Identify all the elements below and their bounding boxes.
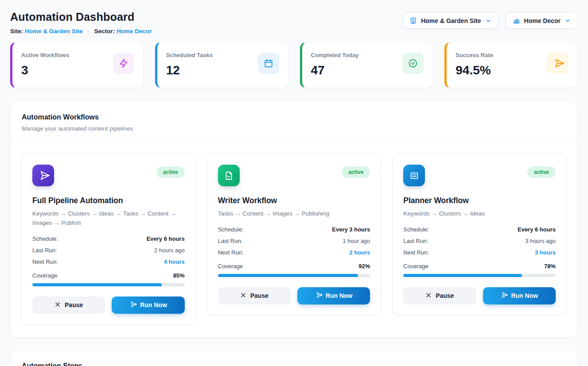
- close-icon: [55, 301, 61, 309]
- next-run-label: Next Run:: [403, 249, 429, 256]
- send-icon: [315, 292, 322, 300]
- run-now-button-label: Run Now: [140, 301, 167, 308]
- pause-button-label: Pause: [65, 301, 83, 308]
- stat-text: Completed Today 47: [311, 52, 359, 77]
- workflows-panel: Automation Workflows Manage your automat…: [10, 101, 578, 338]
- next-run-label: Next Run:: [218, 249, 244, 256]
- stat-card-scheduled-tasks: Scheduled Tasks 12: [155, 42, 288, 88]
- last-run-row: Last Run: 2 hours ago: [32, 247, 185, 254]
- workflow-card-full-pipeline: active Full Pipeline Automation Keywords…: [21, 154, 196, 325]
- coverage-value: 85%: [173, 272, 185, 279]
- coverage-row: Coverage 85%: [32, 272, 185, 279]
- workflow-title: Writer Workflow: [218, 196, 370, 205]
- bar-chart-icon: [513, 17, 520, 24]
- send-icon: [547, 53, 569, 74]
- last-run-label: Last Run:: [218, 238, 243, 244]
- workflows-panel-header: Automation Workflows Manage your automat…: [11, 102, 577, 141]
- run-now-button-label: Run Now: [511, 292, 538, 299]
- sector-dropdown-label: Home Decor: [524, 17, 561, 24]
- next-run-value: 4 hours: [164, 258, 185, 265]
- page-title: Automation Dashboard: [10, 11, 152, 23]
- site-link[interactable]: Home & Garden Site: [25, 28, 83, 35]
- note-icon: [403, 165, 425, 186]
- schedule-row: Schedule: Every 6 hours: [32, 235, 185, 242]
- schedule-label: Schedule:: [218, 226, 244, 233]
- status-badge: active: [527, 166, 556, 178]
- workflow-actions: Pause Run Now: [32, 297, 185, 314]
- pause-button[interactable]: Pause: [403, 287, 476, 304]
- check-circle-icon: [402, 53, 424, 74]
- pause-button-label: Pause: [436, 292, 454, 299]
- schedule-label: Schedule:: [32, 235, 58, 242]
- coverage-progress-fill: [32, 283, 162, 286]
- stat-card-active-workflows: Active Workflows 3: [10, 42, 144, 88]
- last-run-label: Last Run:: [403, 238, 428, 244]
- header-titles: Automation Dashboard Site: Home & Garden…: [10, 11, 152, 35]
- send-icon: [500, 292, 507, 300]
- next-run-row: Next Run: 4 hours: [32, 258, 185, 265]
- stat-value: 94.5%: [456, 63, 493, 77]
- workflow-card-planner: active Planner Workflow Keywords → Clust…: [392, 154, 567, 316]
- run-now-button-label: Run Now: [326, 292, 353, 299]
- last-run-label: Last Run:: [32, 247, 57, 254]
- pause-button[interactable]: Pause: [218, 287, 291, 304]
- workflow-pipeline: Tasks → Content → Images → Publishing: [218, 209, 370, 219]
- stat-text: Scheduled Tasks 12: [166, 52, 213, 77]
- coverage-value: 78%: [544, 263, 556, 270]
- workflow-card-top: active: [403, 165, 556, 186]
- close-icon: [425, 292, 432, 300]
- automation-steps-panel: Automation Steps Configure which steps a…: [10, 350, 578, 366]
- stats-row: Active Workflows 3 Scheduled Tasks 12 Co…: [10, 42, 578, 88]
- steps-section-title: Automation Steps: [22, 362, 566, 366]
- chevron-down-icon: [485, 18, 491, 24]
- workflows-section-subtitle: Manage your automated content pipelines: [22, 125, 566, 132]
- workflows-section-title: Automation Workflows: [22, 113, 566, 121]
- schedule-value: Every 3 hours: [332, 226, 370, 233]
- workflow-details: Schedule: Every 6 hours Last Run: 2 hour…: [32, 235, 185, 265]
- building-icon: [409, 17, 417, 24]
- stat-card-success-rate: Success Rate 94.5%: [444, 42, 578, 88]
- coverage-label: Coverage: [32, 272, 57, 279]
- stat-label: Scheduled Tasks: [166, 52, 213, 58]
- next-run-row: Next Run: 2 hours: [218, 249, 370, 256]
- pause-button-label: Pause: [250, 292, 269, 299]
- close-icon: [240, 292, 246, 300]
- coverage-row: Coverage 92%: [218, 263, 370, 270]
- breadcrumb-separator: ·: [87, 28, 90, 35]
- stat-text: Active Workflows 3: [21, 52, 69, 77]
- next-run-value: 3 hours: [535, 249, 556, 256]
- next-run-value: 2 hours: [349, 249, 370, 256]
- workflow-actions: Pause Run Now: [218, 287, 370, 304]
- site-dropdown-label: Home & Garden Site: [421, 17, 481, 24]
- workflow-card-writer: active Writer Workflow Tasks → Content →…: [207, 154, 382, 316]
- stat-value: 12: [166, 63, 213, 77]
- schedule-row: Schedule: Every 3 hours: [218, 226, 370, 233]
- run-now-button[interactable]: Run Now: [483, 287, 556, 304]
- sector-dropdown[interactable]: Home Decor: [506, 12, 578, 29]
- document-icon: [218, 165, 240, 186]
- run-now-button[interactable]: Run Now: [297, 287, 370, 304]
- sector-link[interactable]: Home Decor: [117, 28, 152, 35]
- site-dropdown[interactable]: Home & Garden Site: [402, 12, 498, 29]
- coverage-progress-track: [218, 274, 370, 277]
- last-run-row: Last Run: 3 hours ago: [403, 238, 556, 244]
- schedule-value: Every 6 hours: [147, 235, 185, 242]
- steps-panel-header: Automation Steps Configure which steps a…: [11, 351, 577, 366]
- run-now-button[interactable]: Run Now: [112, 297, 184, 314]
- last-run-value: 2 hours ago: [154, 247, 185, 254]
- schedule-label: Schedule:: [403, 226, 429, 233]
- status-badge: active: [342, 166, 370, 178]
- header-dropdowns: Home & Garden Site Home Decor: [402, 12, 578, 29]
- last-run-value: 1 hour ago: [343, 238, 370, 244]
- last-run-value: 3 hours ago: [525, 238, 556, 244]
- pause-button[interactable]: Pause: [32, 297, 105, 314]
- workflow-pipeline: Keywords → Clusters → Ideas: [403, 209, 556, 219]
- stat-label: Active Workflows: [21, 52, 69, 58]
- coverage-progress-fill: [218, 274, 358, 277]
- workflow-card-top: active: [218, 165, 370, 186]
- site-label: Site:: [10, 28, 23, 35]
- workflow-title: Full Pipeline Automation: [32, 196, 185, 205]
- workflow-actions: Pause Run Now: [403, 287, 556, 304]
- stat-value: 3: [21, 63, 69, 77]
- breadcrumb: Site: Home & Garden Site · Sector: Home …: [10, 28, 152, 35]
